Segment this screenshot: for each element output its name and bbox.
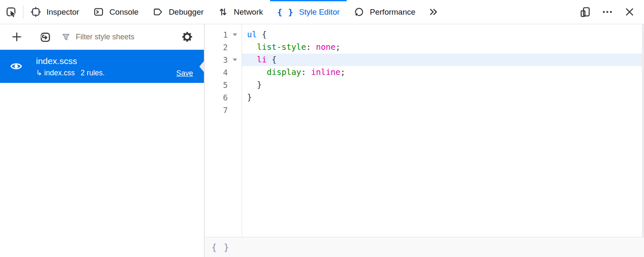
fold-arrow-icon[interactable]: [228, 33, 242, 36]
performance-icon: [354, 7, 364, 17]
tab-label: Performance: [370, 8, 415, 17]
code-line[interactable]: 1ul {: [205, 28, 644, 41]
code-editor-pane: 1ul {2 list-style: none;3 li {4 display:…: [205, 24, 644, 257]
line-number[interactable]: 6: [205, 93, 228, 102]
stylesheet-info: index.scss ↳ index.css 2 rules.: [36, 55, 105, 78]
eye-icon: [10, 60, 23, 73]
filter-style-sheets-box: [61, 32, 178, 42]
fold-arrow-icon[interactable]: [228, 58, 242, 62]
meatball-menu-icon: [602, 6, 613, 18]
gutter-separator: [242, 24, 242, 237]
line-gutter[interactable]: 3: [205, 54, 242, 66]
code-line[interactable]: 5 }: [205, 79, 644, 91]
code-line[interactable]: 2 list-style: none;: [205, 41, 644, 54]
code-line-text: }: [242, 91, 644, 104]
sourcemap-link[interactable]: ↳ index.css: [36, 67, 75, 78]
stylesheet-sidebar: index.scss ↳ index.css 2 rules. Save: [0, 24, 205, 257]
devtools-window: Inspector Console Debugger: [0, 0, 644, 257]
stylesheet-list-empty-area: [0, 83, 204, 257]
code-line[interactable]: 3 li {: [205, 54, 644, 66]
console-icon: [93, 7, 104, 17]
tab-inspector[interactable]: Inspector: [23, 0, 86, 24]
line-gutter[interactable]: 6: [205, 91, 242, 104]
filter-icon: [61, 32, 71, 42]
pick-element-icon: [5, 6, 17, 18]
responsive-design-icon: [580, 6, 591, 18]
tab-debugger[interactable]: Debugger: [146, 0, 211, 24]
code-line-text: display: inline;: [242, 66, 644, 79]
toolbar-right-buttons: [574, 0, 644, 24]
line-gutter[interactable]: 2: [205, 41, 242, 54]
pick-element-button[interactable]: [0, 0, 23, 24]
toolbar-spacer: [445, 0, 574, 24]
style-editor-panel: index.scss ↳ index.css 2 rules. Save 1ul…: [0, 24, 644, 257]
debugger-icon: [153, 7, 163, 17]
code-line[interactable]: 6}: [205, 91, 644, 104]
line-number[interactable]: 4: [205, 68, 228, 77]
stylesheet-meta: ↳ index.css 2 rules.: [36, 67, 105, 78]
tab-style-editor[interactable]: { } Style Editor: [270, 0, 347, 24]
editor-footer: { }: [205, 237, 644, 257]
stylesheet-item-index-scss[interactable]: index.scss ↳ index.css 2 rules. Save: [0, 50, 204, 83]
tab-performance[interactable]: Performance: [347, 0, 422, 24]
close-icon: [624, 6, 635, 18]
scrollbar-track[interactable]: [642, 24, 644, 237]
return-arrow-icon: ↳: [36, 69, 42, 77]
responsive-design-button[interactable]: [574, 6, 596, 18]
line-number[interactable]: 5: [205, 80, 228, 90]
code-line-text: list-style: none;: [242, 41, 644, 54]
tab-label: Console: [109, 8, 139, 17]
code-line-text: ul {: [242, 28, 644, 41]
network-icon: [218, 7, 228, 17]
line-gutter[interactable]: 7: [205, 104, 242, 116]
meatball-menu-button[interactable]: [596, 6, 618, 18]
devtools-tabs: Inspector Console Debugger: [23, 0, 422, 24]
stylesheet-name: index.scss: [36, 55, 105, 67]
tab-label: Network: [234, 8, 263, 17]
import-stylesheet-button[interactable]: [35, 28, 54, 46]
tab-label: Debugger: [169, 8, 204, 17]
stylesheet-sidebar-toolbar: [0, 24, 204, 50]
code-line[interactable]: 7: [205, 104, 644, 116]
style-editor-icon: { }: [277, 7, 294, 17]
code-lines: 1ul {2 list-style: none;3 li {4 display:…: [205, 28, 644, 116]
rule-count: 2 rules.: [81, 67, 105, 78]
inspector-icon: [31, 7, 41, 17]
plus-icon: [11, 31, 23, 43]
import-icon: [39, 31, 51, 43]
filter-style-sheets-input[interactable]: [76, 33, 178, 41]
tab-console[interactable]: Console: [86, 0, 146, 24]
tab-label: Inspector: [46, 8, 79, 17]
line-number[interactable]: 2: [205, 43, 228, 52]
tab-network[interactable]: Network: [211, 0, 270, 24]
line-gutter[interactable]: 1: [205, 28, 242, 41]
code-line-text: [242, 104, 644, 116]
gear-icon: [181, 31, 193, 43]
tab-label: Style Editor: [299, 8, 340, 17]
chevron-double-right-icon: [428, 6, 439, 18]
at-rules-icon: { }: [211, 242, 230, 252]
more-tabs-button[interactable]: [422, 0, 445, 24]
line-number[interactable]: 1: [205, 30, 228, 39]
close-devtools-button[interactable]: [618, 6, 641, 18]
code-line[interactable]: 4 display: inline;: [205, 66, 644, 79]
devtools-toolbar: Inspector Console Debugger: [0, 0, 644, 24]
options-button[interactable]: [178, 28, 196, 46]
save-button[interactable]: Save: [176, 69, 193, 83]
visibility-toggle[interactable]: [9, 60, 23, 73]
line-number[interactable]: 3: [205, 55, 228, 64]
code-line-text: }: [242, 79, 644, 91]
line-number[interactable]: 7: [205, 105, 228, 115]
line-gutter[interactable]: 5: [205, 79, 242, 91]
line-gutter[interactable]: 4: [205, 66, 242, 79]
code-line-text: li {: [242, 54, 644, 66]
code-editor[interactable]: 1ul {2 list-style: none;3 li {4 display:…: [205, 24, 644, 237]
new-stylesheet-button[interactable]: [8, 28, 26, 46]
